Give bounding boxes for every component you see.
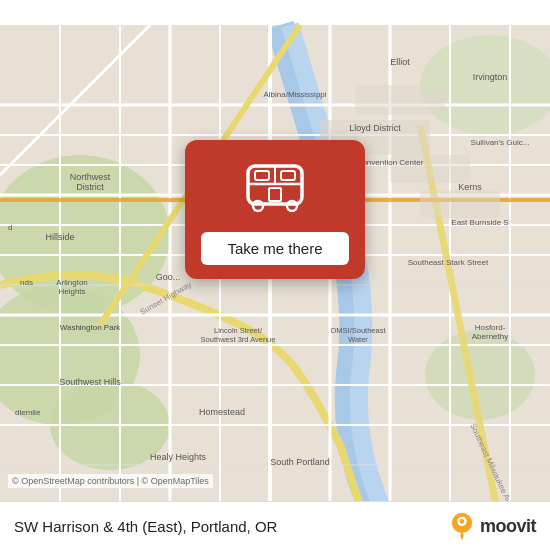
- svg-text:Irvington: Irvington: [473, 72, 508, 82]
- moovit-logo: moovit: [448, 512, 536, 540]
- svg-text:Water: Water: [348, 335, 368, 344]
- svg-text:Hosford-: Hosford-: [475, 323, 506, 332]
- svg-rect-29: [355, 85, 445, 115]
- svg-text:dlemile: dlemile: [15, 408, 41, 417]
- svg-text:Southwest Hills: Southwest Hills: [59, 377, 121, 387]
- svg-text:Hillside: Hillside: [45, 232, 74, 242]
- svg-text:Lloyd District: Lloyd District: [349, 123, 401, 133]
- svg-text:Northwest: Northwest: [70, 172, 111, 182]
- moovit-pin-icon: [448, 512, 476, 540]
- svg-text:Southeast Stark Street: Southeast Stark Street: [408, 258, 489, 267]
- svg-text:Homestead: Homestead: [199, 407, 245, 417]
- svg-text:Sullivan's Gulc...: Sullivan's Gulc...: [471, 138, 530, 147]
- svg-text:Southwest 3rd Avenue: Southwest 3rd Avenue: [201, 335, 276, 344]
- svg-text:Albina/Mississippi: Albina/Mississippi: [263, 90, 326, 99]
- bus-icon: [240, 158, 310, 218]
- svg-text:OMSI/Southeast: OMSI/Southeast: [330, 326, 386, 335]
- svg-text:Abernethy: Abernethy: [472, 332, 508, 341]
- svg-text:Arlington: Arlington: [56, 278, 88, 287]
- svg-text:Healy Heights: Healy Heights: [150, 452, 207, 462]
- svg-text:Elliot: Elliot: [390, 57, 410, 67]
- svg-text:Heights: Heights: [58, 287, 85, 296]
- svg-text:Lincoln Street/: Lincoln Street/: [214, 326, 263, 335]
- bus-icon-wrapper: [240, 158, 310, 222]
- svg-text:East Burnside S: East Burnside S: [451, 218, 508, 227]
- location-label: SW Harrison & 4th (East), Portland, OR: [14, 518, 277, 535]
- map-attribution: © OpenStreetMap contributors | © OpenMap…: [8, 474, 213, 488]
- svg-text:nds: nds: [20, 278, 33, 287]
- svg-text:South Portland: South Portland: [270, 457, 330, 467]
- svg-text:Convention Center: Convention Center: [357, 158, 424, 167]
- take-me-there-button[interactable]: Take me there: [201, 232, 349, 265]
- svg-point-5: [425, 330, 535, 420]
- svg-text:Washington Park: Washington Park: [60, 323, 122, 332]
- svg-text:Goo...: Goo...: [156, 272, 181, 282]
- svg-rect-66: [255, 171, 269, 180]
- svg-rect-71: [269, 188, 281, 201]
- moovit-brand-text: moovit: [480, 516, 536, 537]
- svg-rect-31: [420, 190, 500, 218]
- bottom-bar: SW Harrison & 4th (East), Portland, OR m…: [0, 501, 550, 550]
- svg-point-74: [460, 519, 465, 524]
- map-container: Northwest District Hillside Arlington He…: [0, 0, 550, 550]
- svg-rect-67: [281, 171, 295, 180]
- svg-text:District: District: [76, 182, 104, 192]
- svg-text:d: d: [8, 223, 12, 232]
- svg-text:Kerns: Kerns: [458, 182, 482, 192]
- card-overlay: Take me there: [185, 140, 365, 279]
